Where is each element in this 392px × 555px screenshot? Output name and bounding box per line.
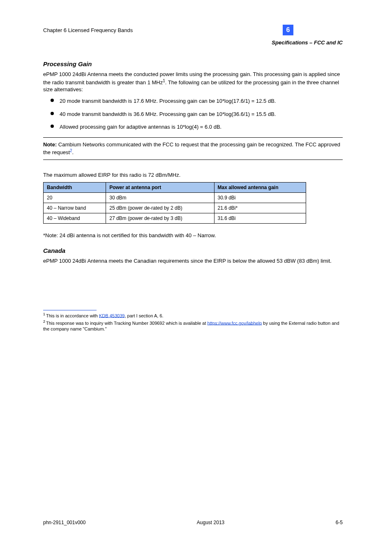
- processing-gain-list: 20 mode transmit bandwidth is 17.6 MHz. …: [43, 97, 343, 131]
- footnote-link[interactable]: https://www.fcc.gov/labhelp: [208, 320, 262, 325]
- spec-table: Bandwidth Power at antenna port Max allo…: [43, 182, 306, 224]
- canada-heading: Canada: [43, 247, 343, 254]
- footnote-2: 2This response was to inquiry with Track…: [43, 319, 343, 332]
- processing-gain-heading: Processing Gain: [43, 60, 343, 67]
- footnote-rule: [43, 310, 97, 310]
- list-item: 40 mode transmit bandwidth is 36.6 MHz. …: [51, 111, 343, 118]
- list-item: Allowed processing gain for adaptive ant…: [51, 123, 343, 131]
- processing-gain-intro: ePMP 1000 24dBi Antenna meets the conduc…: [43, 71, 343, 93]
- note-block: Note: Cambium Networks communicated with…: [43, 137, 343, 160]
- note-label: Note:: [43, 141, 57, 148]
- note-body: Cambium Networks communicated with the F…: [43, 141, 340, 156]
- section-subtitle: Specifications – FCC and IC: [43, 39, 343, 46]
- footer-date: August 2013: [197, 520, 224, 525]
- footer-doc-id: phn-2911_001v000: [43, 520, 85, 525]
- canada-body: ePMP 1000 24dBi Antenna meets the Canadi…: [43, 257, 343, 265]
- page-header: Chapter 6 Licensed Frequency Bands 6: [43, 25, 343, 35]
- footnote-1: 1This is in accordance with KDB 453039, …: [43, 312, 343, 319]
- asterisk-note: *Note: 24 dBi antenna is not certified f…: [43, 232, 343, 239]
- col-bandwidth: Bandwidth: [44, 182, 106, 192]
- table-row: 40 – Narrow band 25 dBm (power de-rated …: [44, 203, 306, 213]
- page-footer: phn-2911_001v000 August 2013 6-5: [43, 520, 343, 525]
- table-row: 40 – Wideband 27 dBm (power de-rated by …: [44, 213, 306, 223]
- col-gain: Max allowed antenna gain: [214, 182, 306, 192]
- col-power: Power at antenna port: [106, 182, 214, 192]
- table-intro: The maximum allowed EIRP for this radio …: [43, 171, 343, 179]
- list-item: 20 mode transmit bandwidth is 17.6 MHz. …: [51, 97, 343, 105]
- chapter-label: Chapter 6 Licensed Frequency Bands: [43, 27, 133, 33]
- footer-page-number: 6-5: [336, 520, 343, 525]
- footnote-link[interactable]: KDB 453039: [99, 313, 125, 318]
- chapter-badge: 6: [283, 25, 293, 35]
- table-header-row: Bandwidth Power at antenna port Max allo…: [44, 182, 306, 192]
- table-row: 20 30 dBm 30.9 dBi: [44, 192, 306, 203]
